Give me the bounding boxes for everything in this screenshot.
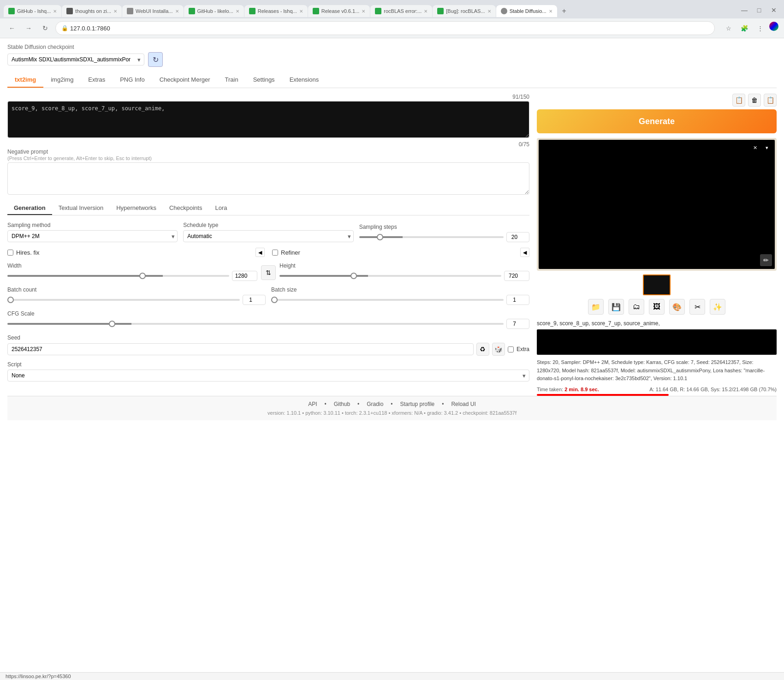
maximize-button[interactable]: □ [753,4,766,17]
back-button[interactable]: ← [6,22,18,35]
tab-settings[interactable]: Settings [246,72,282,88]
batch-size-slider[interactable] [271,299,504,301]
batch-count-label: Batch count [7,286,266,293]
image-close-button[interactable]: ✕ [750,143,760,153]
tab-img2img[interactable]: img2img [43,72,81,88]
trash-button[interactable]: 🗑 [748,94,761,107]
reload-button[interactable]: ↻ [39,22,52,35]
tab-7[interactable]: rocBLAS error:... ✕ [370,5,432,17]
generate-button[interactable]: Generate [537,109,777,133]
batch-count-input[interactable] [243,295,266,305]
width-slider[interactable] [7,275,229,277]
seed-recycle-button[interactable]: ♻ [476,343,489,356]
tab-1[interactable]: GitHub - lshq... ✕ [4,5,61,17]
tab-9-active[interactable]: Stable Diffusio... ✕ [496,5,557,17]
footer-version: version: 1.10.1 • python: 3.10.11 • torc… [12,410,772,416]
pencil-wrap: ✏ [760,254,772,266]
browser-chrome: GitHub - lshq... ✕ thoughts on zi... ✕ W… [0,0,784,38]
tab-train[interactable]: Train [218,72,246,88]
swap-dimensions-button[interactable]: ⇅ [261,265,276,280]
extras-button[interactable]: ✂ [689,299,705,315]
batch-count-slider[interactable] [7,299,240,301]
extensions-button[interactable]: 🧩 [738,22,751,35]
cfg-slider[interactable] [7,323,504,325]
save-folder-button[interactable]: 📁 [588,299,604,315]
paste-button[interactable]: 📋 [732,94,745,107]
steps-slider[interactable] [359,236,504,238]
checkpoint-select[interactable]: AutismMix SDXL\autismmixSDXL_autismmixPo… [7,54,144,66]
pencil-button[interactable]: ✏ [760,254,772,266]
nav-tabs: txt2img img2img Extras PNG Info Checkpoi… [7,72,777,88]
close-button[interactable]: ✕ [767,4,780,17]
progress-bar [537,394,669,396]
inpaint-button[interactable]: 🎨 [669,299,685,315]
height-label: Height [279,262,529,269]
img2img-button[interactable]: 🖼 [649,299,665,315]
tab-8[interactable]: [Bug]: rocBLAS... ✕ [433,5,495,17]
progress-bar-wrap [537,394,777,396]
seed-extra-checkbox[interactable] [508,346,514,352]
steps-input[interactable] [506,232,529,242]
script-select[interactable]: None [7,370,529,382]
save-disk-button[interactable]: 💾 [608,299,624,315]
tab-2[interactable]: thoughts on zi... ✕ [62,5,122,17]
tab-png-info[interactable]: PNG Info [113,72,152,88]
seed-input[interactable] [7,343,474,355]
schedule-select[interactable]: Automatic [183,230,353,242]
minimize-button[interactable]: — [738,4,751,17]
thumbnail-image[interactable] [643,274,671,295]
tab-extensions[interactable]: Extensions [282,72,327,88]
batch-size-input[interactable] [506,295,529,305]
tab-txt2img[interactable]: txt2img [7,72,43,88]
footer-reload-ui[interactable]: Reload UI [451,401,475,407]
neg-prompt-textarea[interactable] [7,162,529,195]
tab-3[interactable]: WebUI Installa... ✕ [122,5,184,17]
seed-dice-button[interactable]: 🎲 [492,343,505,356]
hires-checkbox[interactable] [7,250,13,256]
refiner-label[interactable]: Refiner [281,249,300,256]
profile-avatar[interactable] [769,22,778,31]
sub-tab-textual-inversion[interactable]: Textual Inversion [52,202,110,215]
magic-button[interactable]: ✨ [710,299,725,315]
width-input[interactable] [232,271,257,281]
cfg-input[interactable] [506,319,529,329]
new-tab-button[interactable]: + [558,4,571,18]
footer-github[interactable]: Github [334,401,350,407]
forward-button[interactable]: → [22,22,35,35]
hires-arrow-button[interactable]: ◀ [255,248,265,257]
sub-tab-hypernetworks[interactable]: Hypernetworks [110,202,163,215]
seed-extra-label[interactable]: Extra [517,346,529,352]
bookmark-button[interactable]: ☆ [722,22,735,35]
image-canvas-wrap: ✕ ▾ ✏ [539,140,775,269]
footer-gradio[interactable]: Gradio [367,401,383,407]
footer-startup-profile[interactable]: Startup profile [400,401,435,407]
tab-4[interactable]: GitHub - likelo... ✕ [184,5,244,17]
tab-extras[interactable]: Extras [81,72,113,88]
prompt-textarea[interactable] [7,101,529,138]
hires-label[interactable]: Hires. fix [16,249,40,256]
height-slider[interactable] [279,275,501,277]
tab-checkpoint-merger[interactable]: Checkpoint Merger [152,72,218,88]
save-grid-button[interactable]: 🗂 [629,299,644,315]
mem-info: A: 11.64 GB, R: 14.66 GB, Sys: 15.2/21.4… [649,387,777,392]
sampling-method-select[interactable]: DPM++ 2M [7,230,178,242]
cfg-row [7,319,529,329]
menu-button[interactable]: ⋮ [754,22,766,35]
height-input[interactable] [504,271,529,281]
batch-size-row [271,295,529,305]
sub-tab-lora[interactable]: Lora [208,202,233,215]
refiner-arrow-button[interactable]: ◀ [520,248,529,257]
tab-5[interactable]: Releases - lshq... ✕ [244,5,308,17]
refresh-checkpoint-button[interactable]: ↻ [148,52,163,67]
image-dropdown-button[interactable]: ▾ [762,143,772,153]
width-label: Width [7,262,257,269]
footer-api[interactable]: API [308,401,317,407]
address-bar[interactable]: 🔒 127.0.0.1:7860 [55,21,715,35]
clipboard-button[interactable]: 📋 [764,94,777,107]
sub-tab-checkpoints[interactable]: Checkpoints [163,202,209,215]
tab-6[interactable]: Release v0.6.1... ✕ [308,5,370,17]
refiner-checkbox[interactable] [272,250,278,256]
neg-prompt-count: 0/75 [7,141,529,148]
footer: API • Github • Gradio • Startup profile … [7,396,777,420]
sub-tab-generation[interactable]: Generation [7,202,52,215]
